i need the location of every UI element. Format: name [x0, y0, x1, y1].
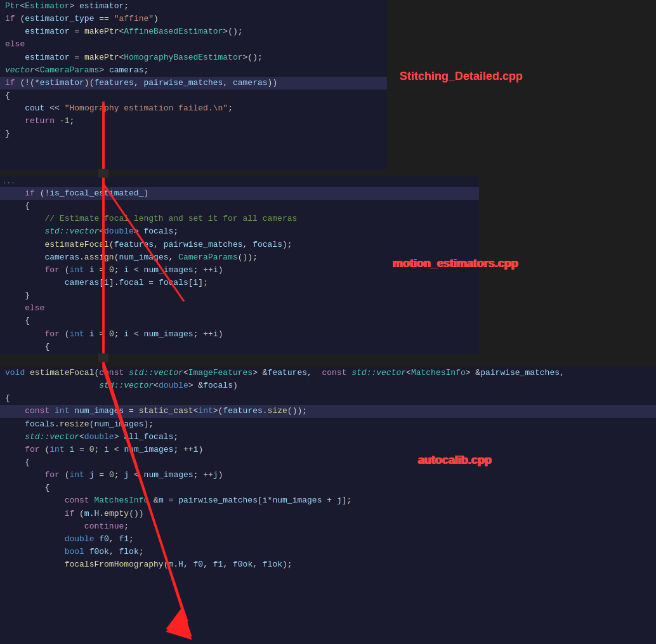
code-line: estimator = makePtr<HomographyBasedEstim…: [0, 51, 387, 64]
code-line: {: [0, 392, 656, 405]
code-line: double f0, f1;: [0, 533, 656, 546]
code-line: {: [0, 456, 656, 469]
code-line: {: [0, 89, 387, 102]
code-line: std::vector<double> all_focals;: [0, 431, 656, 444]
code-line: {: [0, 200, 479, 213]
code-line: }: [0, 289, 479, 302]
code-line: continue;: [0, 520, 656, 533]
autocalib-label: autocalib.cpp: [417, 454, 491, 467]
code-line: const MatchesInfo &m = pairwise_matches[…: [0, 494, 656, 507]
top-code-panel: Ptr<Estimator> estimator; if (estimator_…: [0, 0, 387, 170]
code-line: const int num_images = static_cast<int>(…: [0, 405, 656, 417]
code-line: // Estimate focal length and set it for …: [0, 213, 479, 225]
code-line: Ptr<Estimator> estimator;: [0, 0, 387, 13]
code-line: return -1;: [0, 115, 387, 128]
code-line: cameras[i].focal = focals[i];: [0, 277, 479, 289]
code-line: std::vector<double> focals;: [0, 225, 479, 238]
svg-rect-7: [98, 353, 108, 362]
stitching-label: Stitching_Detailed.cpp: [400, 70, 523, 83]
code-line: estimateFocal(features, pairwise_matches…: [0, 239, 479, 251]
code-line: {: [0, 482, 656, 494]
bottom-code-panel: void estimateFocal(const std::vector<Ima…: [0, 367, 656, 644]
code-line: for (int i = 0; i < num_images; ++i): [0, 444, 656, 456]
code-line: void estimateFocal(const std::vector<Ima…: [0, 367, 656, 379]
code-line: for (int j = 0; j < num_images; ++j): [0, 469, 656, 482]
code-line: if (m.H.empty()): [0, 508, 656, 520]
motion-estimators-label: motion_estimators.cpp: [392, 257, 518, 270]
code-line: {: [0, 315, 479, 327]
code-line: cout << "Homography estimation failed.\n…: [0, 102, 387, 115]
code-line: ...: [0, 176, 479, 187]
code-line: else: [0, 302, 479, 315]
code-line: focals.resize(num_images);: [0, 418, 656, 431]
code-line: bool f0ok, flok;: [0, 546, 656, 558]
code-line: if (estimator_type == "affine"): [0, 13, 387, 25]
code-line: for (int i = 0; i < num_images; ++i): [0, 328, 479, 341]
code-line: estimator = makePtr<AffineBasedEstimator…: [0, 25, 387, 38]
code-line: focalsFromHomography(m.H, f0, f1, f0ok, …: [0, 558, 656, 571]
code-line: else: [0, 38, 387, 51]
code-line: if (!is_focal_estimated_): [0, 187, 479, 200]
code-line: if (!(*estimator)(features, pairwise_mat…: [0, 77, 387, 89]
code-line: {: [0, 341, 479, 353]
code-line: }: [0, 128, 387, 140]
code-line: vector<CameraParams> cameras;: [0, 64, 387, 77]
code-line: std::vector<double> &focals): [0, 379, 656, 392]
